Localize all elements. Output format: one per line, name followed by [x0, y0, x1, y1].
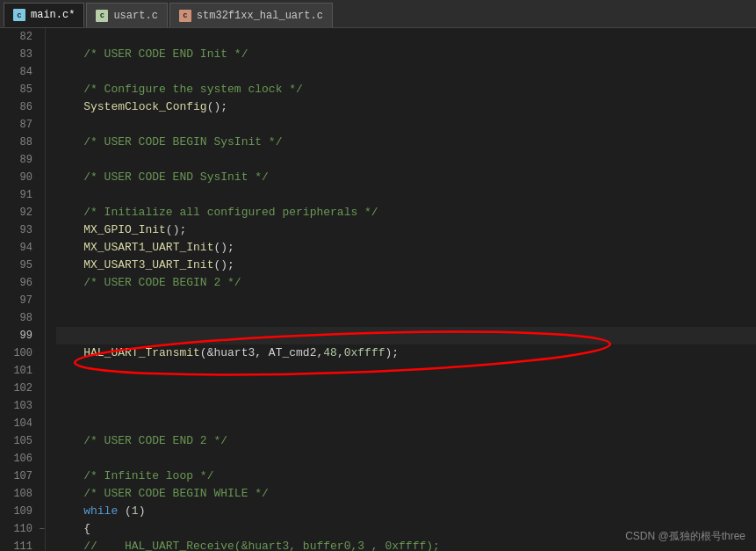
line-num-96: 96 [0, 274, 38, 292]
code-line-101 [56, 362, 756, 380]
code-line-108: /* USER CODE BEGIN WHILE */ [56, 485, 756, 503]
code-line-91 [56, 186, 756, 204]
line-num-99: 99 [0, 327, 38, 344]
line-num-92: 92 [0, 204, 38, 221]
line-num-82: 82 [0, 28, 38, 46]
tab-usart[interactable]: C usart.c [86, 3, 167, 27]
line-num-111: 111 [0, 538, 38, 551]
tab-icon-hal: C [179, 10, 191, 22]
line-num-106: 106 [0, 450, 38, 468]
line-num-101: 101 [0, 362, 38, 380]
code-line-90: /* USER CODE END SysInit */ [56, 169, 756, 186]
code-line-92: /* Initialize all configured peripherals… [56, 204, 756, 221]
code-line-85: /* Configure the system clock */ [56, 81, 756, 98]
watermark: CSDN @孤独的根号three [625, 529, 745, 544]
code-line-103 [56, 397, 756, 415]
line-num-94: 94 [0, 239, 38, 257]
line-num-105: 105 [0, 432, 38, 450]
line-num-87: 87 [0, 116, 38, 134]
code-line-102 [56, 380, 756, 397]
line-numbers: 8283848586878889909192939495969798991001… [0, 28, 46, 551]
tab-label-main: main.c* [31, 9, 75, 21]
tab-label-hal: stm32f1xx_hal_uart.c [197, 10, 323, 22]
code-line-86: SystemClock_Config(); [56, 98, 756, 116]
code-line-83: /* USER CODE END Init */ [56, 46, 756, 63]
line-num-88: 88 [0, 134, 38, 151]
code-line-89 [56, 151, 756, 169]
code-line-106 [56, 450, 756, 468]
tab-icon-main: C [13, 9, 25, 21]
code-line-82 [56, 28, 756, 46]
code-line-104 [56, 415, 756, 432]
tab-icon-usart: C [96, 10, 108, 22]
line-num-97: 97 [0, 292, 38, 309]
line-num-110: 110 [0, 520, 38, 538]
line-num-83: 83 [0, 46, 38, 63]
editor: 8283848586878889909192939495969798991001… [0, 28, 756, 551]
code-line-100: HAL_UART_Transmit(&huart3, AT_cmd2,48,0x… [56, 344, 756, 362]
tab-label-usart: usart.c [113, 10, 157, 22]
line-num-104: 104 [0, 415, 38, 432]
line-num-86: 86 [0, 98, 38, 116]
tab-hal[interactable]: C stm32f1xx_hal_uart.c [169, 3, 333, 27]
code-line-88: /* USER CODE BEGIN SysInit */ [56, 134, 756, 151]
tab-main[interactable]: C main.c* [4, 3, 84, 27]
line-num-107: 107 [0, 468, 38, 485]
code-line-98 [56, 309, 756, 327]
code-area[interactable]: /* USER CODE END Init */ /* Configure th… [46, 28, 756, 551]
line-num-98: 98 [0, 309, 38, 327]
line-num-102: 102 [0, 380, 38, 397]
line-num-84: 84 [0, 63, 38, 81]
code-line-93: MX_GPIO_Init(); [56, 221, 756, 239]
line-num-89: 89 [0, 151, 38, 169]
line-num-93: 93 [0, 221, 38, 239]
code-line-99 [56, 327, 756, 344]
code-line-107: /* Infinite loop */ [56, 468, 756, 485]
line-num-108: 108 [0, 485, 38, 503]
code-line-94: MX_USART1_UART_Init(); [56, 239, 756, 257]
code-line-96: /* USER CODE BEGIN 2 */ [56, 274, 756, 292]
line-num-85: 85 [0, 81, 38, 98]
line-num-91: 91 [0, 186, 38, 204]
code-line-95: MX_USART3_UART_Init(); [56, 257, 756, 274]
line-num-90: 90 [0, 169, 38, 186]
code-line-97 [56, 292, 756, 309]
code-line-84 [56, 63, 756, 81]
code-line-105: /* USER CODE END 2 */ [56, 432, 756, 450]
line-num-109: 109 [0, 503, 38, 520]
tab-bar: C main.c* C usart.c C stm32f1xx_hal_uart… [0, 0, 756, 28]
line-num-100: 100 [0, 344, 38, 362]
code-line-87 [56, 116, 756, 134]
code-line-109: while (1) [56, 503, 756, 520]
line-num-95: 95 [0, 257, 38, 274]
line-num-103: 103 [0, 397, 38, 415]
